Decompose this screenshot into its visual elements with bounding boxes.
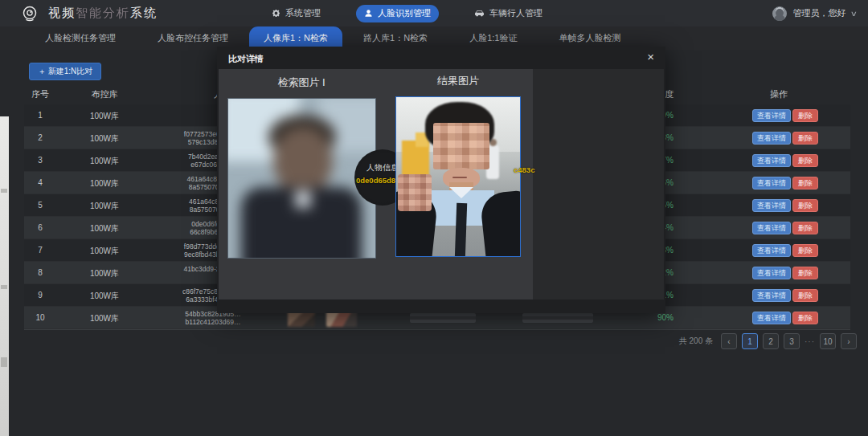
row-library: 100W库 [56,313,153,324]
compare-detail-modal: 比对详情 × 检索图片 I 结果图片 人物信息 0de0d65d86cdc8 [217,47,665,313]
col-header-actions: 操作 [747,88,810,100]
user-menu[interactable]: 管理员，您好 ∨ [772,0,857,26]
row-library: 100W库 [56,156,153,167]
search-image-label: 检索图片 I [245,75,358,90]
pagination-total: 共 200 条 [679,336,713,347]
col-header-index: 序号 [24,88,56,100]
delete-button[interactable]: 删除 [792,199,818,212]
delete-button[interactable]: 删除 [792,132,818,145]
nav-label: 系统管理 [285,7,321,19]
app-header: 视频智能分析系统 系统管理 人脸识别管理 车辆行人管理 管理员，您好 ∨ [0,0,868,26]
row-index: 8 [24,268,56,277]
subject-mouth [452,177,467,178]
view-details-button[interactable]: 查看详情 [752,312,791,324]
delete-button[interactable]: 删除 [792,154,818,167]
pagination-next-button[interactable]: › [841,333,857,349]
row-index: 7 [24,246,56,255]
result-image-label: 结果图片 [402,74,514,88]
pixelated-face-secondary [398,174,432,211]
delete-button[interactable]: 删除 [792,109,818,122]
view-details-button[interactable]: 查看详情 [752,244,791,257]
delete-button[interactable]: 删除 [792,244,818,257]
tab-face-detection-tasks[interactable]: 人脸检测任务管理 [24,26,137,50]
nav-face-recognition[interactable]: 人脸识别管理 [356,5,439,22]
delete-button[interactable]: 删除 [792,267,818,279]
user-greeting: 管理员，您好 [792,7,845,19]
pagination: 共 200 条 ‹ 1 2 3 ··· 10 › [679,332,857,350]
app-title-watermarked: 智能分析 [76,6,130,19]
user-icon [364,9,373,18]
row-info-block-1 [410,313,476,323]
pagination-ellipsis: ··· [805,337,815,346]
nav-vehicle-pedestrian[interactable]: 车辆行人管理 [466,5,551,22]
background-smudge [1,357,7,367]
row-index: 1 [24,111,56,120]
modal-title: 比对详情 [228,53,264,65]
app-root: 视频智能分析系统 系统管理 人脸识别管理 车辆行人管理 管理员，您好 ∨ 人脸检… [0,0,868,436]
row-library: 100W库 [56,291,153,302]
delete-button[interactable]: 删除 [792,289,818,302]
view-details-button[interactable]: 查看详情 [752,222,791,234]
row-library: 100W库 [56,201,153,212]
view-details-button[interactable]: 查看详情 [752,177,791,189]
modal-right-spacer [533,69,664,299]
delete-button[interactable]: 删除 [792,312,818,324]
view-details-button[interactable]: 查看详情 [752,267,791,279]
nav-label: 车辆行人管理 [489,7,542,19]
pagination-page-2[interactable]: 2 [763,333,779,349]
view-details-button[interactable]: 查看详情 [752,132,791,145]
gear-icon [272,9,280,18]
pixelated-face [433,123,489,169]
result-image [395,96,521,257]
delete-button[interactable]: 删除 [792,222,818,234]
view-details-button[interactable]: 查看详情 [752,199,791,212]
row-library: 100W库 [56,111,153,122]
nav-system-management[interactable]: 系统管理 [264,5,329,22]
row-similarity: 90% [611,313,674,322]
pagination-page-3[interactable]: 3 [784,333,800,349]
row-index: 3 [24,156,56,165]
row-library: 100W库 [56,246,153,257]
chevron-down-icon: ∨ [850,10,858,18]
row-library: 100W库 [56,133,153,145]
nav-label: 人脸识别管理 [378,7,431,19]
table-bottom-border [24,329,850,330]
top-navigation: 系统管理 人脸识别管理 车辆行人管理 [264,0,551,26]
pagination-prev-button[interactable]: ‹ [721,333,737,349]
row-index: 5 [24,201,56,210]
background-window-sliver [0,116,9,436]
col-header-library: 布控库 [56,88,153,100]
car-icon [474,9,485,18]
row-index: 6 [24,223,56,232]
delete-button[interactable]: 删除 [792,177,818,189]
row-index: 10 [24,313,56,322]
row-index: 4 [24,178,56,187]
new-1n-compare-button[interactable]: ＋ 新建1:N比对 [29,63,101,80]
row-index: 2 [24,133,56,142]
view-details-button[interactable]: 查看详情 [752,289,791,302]
row-library: 100W库 [56,268,153,279]
row-library: 100W库 [56,178,153,189]
row-info-block-2 [522,313,593,323]
subject-tie [455,203,467,257]
view-details-button[interactable]: 查看详情 [752,154,791,167]
person-id-fragment: c483c [514,165,534,174]
row-library: 100W库 [56,223,153,234]
close-icon[interactable]: × [647,51,654,63]
background-smudge [1,285,7,289]
webcam-logo-icon [21,5,39,22]
app-title: 视频智能分析系统 [48,6,158,21]
pagination-last-page[interactable]: 10 [820,333,836,349]
background-smudge [1,189,7,193]
avatar [772,6,787,21]
row-index: 9 [24,291,56,299]
pagination-page-1[interactable]: 1 [742,333,758,349]
view-details-button[interactable]: 查看详情 [752,109,791,122]
